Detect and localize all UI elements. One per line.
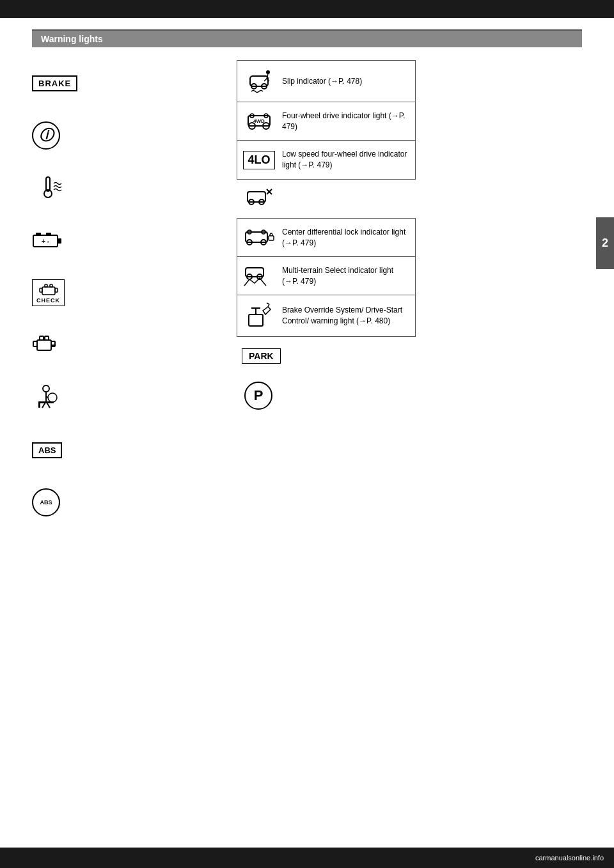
svg-rect-8 (45, 284, 47, 287)
slip-indicator-text: Slip indicator (→P. 478) (282, 76, 362, 87)
svg-rect-14 (45, 336, 49, 340)
svg-line-57 (267, 303, 269, 304)
svg-rect-0 (46, 177, 50, 191)
svg-rect-13 (40, 336, 43, 340)
center-diff-item: Center differential lock indicator light… (237, 219, 415, 257)
right-group-box-1: Slip indicator (→P. 478) 4WD (237, 60, 416, 180)
engine-malfunction-icon (32, 332, 64, 358)
svg-rect-4 (36, 233, 41, 235)
coolant-temp-svg (32, 174, 64, 201)
right-group-box-2: Center differential lock indicator light… (237, 218, 416, 337)
srs-indicator (32, 381, 211, 414)
4lo-icon: 4LO (242, 151, 276, 169)
svg-rect-16 (33, 341, 37, 346)
4wd-svg: 4WD (243, 109, 275, 134)
brake-override-icon (242, 302, 276, 330)
engine-outline-svg (37, 282, 60, 297)
slip-svg (245, 67, 273, 95)
battery-icon: + - (32, 231, 64, 250)
abs-box: ABS (32, 442, 62, 458)
4lo-indicator-text: Low speed four-wheel drive indicator lig… (282, 149, 410, 171)
p-circle-item: P (237, 375, 416, 416)
svg-line-56 (268, 304, 269, 307)
srs-icon (32, 384, 60, 412)
svg-text:4WD: 4WD (253, 118, 265, 124)
engine-malfunction-svg (32, 332, 64, 358)
4lo-indicator-item: 4LO Low speed four-wheel drive indicator… (237, 141, 415, 179)
srs-svg (32, 384, 60, 412)
park-box: PARK (242, 348, 281, 364)
brake-override-item: Brake Override System/ Drive-Start Contr… (237, 295, 415, 336)
svg-rect-7 (42, 287, 55, 295)
p-circle-icon: P (242, 382, 275, 410)
battery-indicator: + - (32, 224, 211, 257)
traction-control-icon (242, 187, 275, 211)
brake-override-text: Brake Override System/ Drive-Start Contr… (282, 305, 410, 327)
abs-circle-box: ABS (32, 488, 60, 516)
park-text-item: PARK (237, 337, 416, 375)
coolant-icon (32, 174, 64, 201)
bottom-url: carmanualsonline.info (535, 854, 604, 862)
svg-line-31 (264, 79, 267, 81)
check-engine-box: CHECK (32, 279, 65, 306)
main-content: BRAKE ⓘ (32, 47, 582, 532)
battery-svg: + - (32, 231, 64, 250)
4wd-indicator-item: 4WD Four-wheel drive indicator light (→P… (237, 102, 415, 141)
svg-rect-21 (38, 401, 40, 408)
svg-rect-50 (246, 268, 264, 277)
multi-terrain-icon (242, 264, 276, 288)
slip-indicator-item: Slip indicator (→P. 478) (237, 61, 415, 102)
brake-indicator: BRAKE (32, 66, 211, 100)
multi-terrain-svg (243, 264, 275, 288)
p-circle-box: P (244, 382, 272, 410)
bottom-bar: carmanualsonline.info (0, 848, 614, 868)
svg-rect-39 (248, 192, 265, 202)
right-column: Slip indicator (→P. 478) 4WD (237, 60, 416, 519)
engine-malfunction-indicator (32, 329, 211, 362)
svg-point-24 (48, 393, 57, 402)
brake-override-svg (245, 302, 273, 330)
check-text: CHECK (36, 297, 60, 304)
abs-circle-icon: ABS (32, 488, 60, 516)
svg-rect-3 (58, 238, 61, 244)
svg-rect-9 (50, 284, 52, 287)
park-text-icon: PARK (242, 348, 281, 364)
multi-terrain-item: Multi-terrain Select indicator light (→P… (237, 257, 415, 295)
center-diff-text: Center differential lock indicator light… (282, 227, 410, 249)
brake-icon: BRAKE (32, 75, 77, 91)
traction-svg (242, 187, 274, 211)
top-bar (0, 0, 614, 18)
svg-rect-10 (55, 288, 58, 292)
4wd-indicator-text: Four-wheel drive indicator light (→P. 47… (282, 111, 410, 132)
section-title: Warning lights (41, 34, 103, 44)
check-engine-icon: CHECK (32, 279, 65, 306)
slip-icon (242, 67, 276, 95)
page-container: Warning lights BRAKE ⓘ (0, 0, 614, 868)
4wd-icon: 4WD (242, 109, 276, 134)
traction-control-item (237, 180, 416, 218)
center-diff-svg (243, 226, 275, 250)
svg-rect-5 (46, 233, 51, 235)
side-tab-number: 2 (596, 217, 614, 269)
svg-rect-49 (269, 236, 274, 240)
svg-point-18 (43, 385, 49, 392)
center-diff-icon (242, 226, 276, 250)
brake-text-icon: BRAKE (32, 75, 77, 91)
svg-rect-53 (249, 314, 263, 326)
left-column: BRAKE ⓘ (32, 60, 211, 519)
abs-text-icon: ABS (32, 442, 62, 458)
info-circle-icon: ⓘ (32, 121, 60, 150)
svg-rect-26 (250, 76, 268, 86)
abs-circle-indicator: ABS (32, 486, 211, 519)
svg-point-29 (266, 70, 270, 74)
warning-lights-header: Warning lights (32, 31, 582, 47)
coolant-temp-indicator (32, 171, 211, 205)
circle-i-icon: ⓘ (32, 121, 60, 150)
check-engine-indicator: CHECK (32, 276, 211, 309)
svg-rect-11 (40, 288, 42, 292)
svg-rect-12 (37, 340, 51, 350)
circle-i-indicator: ⓘ (32, 119, 211, 152)
abs-text-indicator: ABS (32, 433, 211, 467)
svg-text:+  -: + - (42, 238, 49, 245)
multi-terrain-text: Multi-terrain Select indicator light (→P… (282, 265, 410, 287)
